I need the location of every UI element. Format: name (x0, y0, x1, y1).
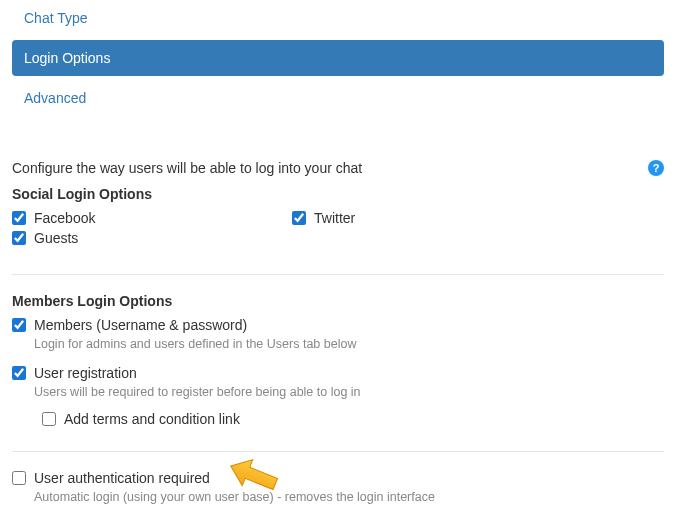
tab-chat-type[interactable]: Chat Type (12, 0, 664, 36)
social-login-title: Social Login Options (12, 186, 664, 202)
divider-1 (12, 274, 664, 275)
members-desc: Login for admins and users defined in th… (34, 337, 664, 351)
terms-label[interactable]: Add terms and condition link (64, 411, 240, 427)
facebook-checkbox[interactable] (12, 211, 26, 225)
auth-required-desc: Automatic login (using your own user bas… (34, 490, 664, 504)
twitter-checkbox[interactable] (292, 211, 306, 225)
tab-login-options[interactable]: Login Options (12, 40, 664, 76)
guests-checkbox[interactable] (12, 231, 26, 245)
help-icon[interactable]: ? (648, 160, 664, 176)
facebook-label[interactable]: Facebook (34, 210, 95, 226)
tab-advanced[interactable]: Advanced (12, 80, 664, 116)
members-login-title: Members Login Options (12, 293, 664, 309)
members-checkbox[interactable] (12, 318, 26, 332)
auth-required-checkbox[interactable] (12, 471, 26, 485)
members-label[interactable]: Members (Username & password) (34, 317, 247, 333)
auth-required-label[interactable]: User authentication required (34, 470, 210, 486)
divider-2 (12, 451, 664, 452)
terms-checkbox[interactable] (42, 412, 56, 426)
registration-desc: Users will be required to register befor… (34, 385, 664, 399)
guests-label[interactable]: Guests (34, 230, 78, 246)
config-intro-text: Configure the way users will be able to … (12, 160, 362, 176)
twitter-label[interactable]: Twitter (314, 210, 355, 226)
registration-label[interactable]: User registration (34, 365, 137, 381)
registration-checkbox[interactable] (12, 366, 26, 380)
